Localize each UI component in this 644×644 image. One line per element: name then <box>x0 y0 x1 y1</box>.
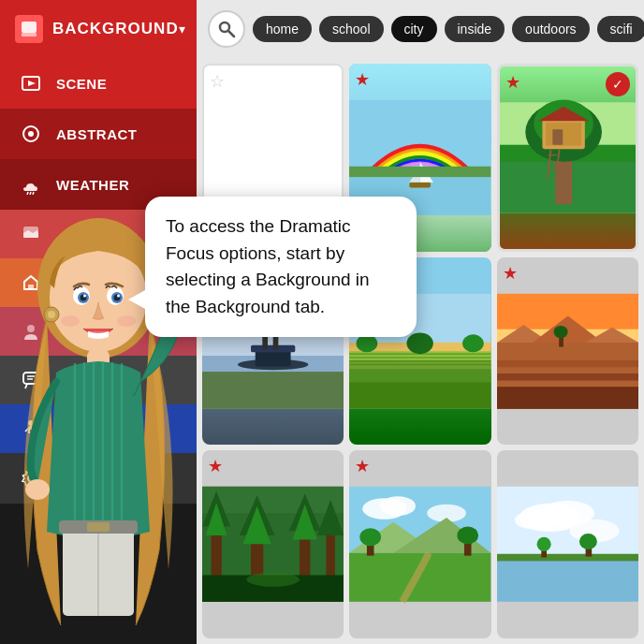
check-badge-3: ✓ <box>606 72 630 96</box>
top-bar: home school city inside outdoors scifi <box>197 0 644 58</box>
svg-rect-142 <box>87 522 110 532</box>
sidebar-title: BACKGROUND <box>52 20 179 38</box>
svg-point-137 <box>61 315 80 327</box>
star-icon-2: ★ <box>355 69 370 90</box>
svg-rect-111 <box>497 554 638 562</box>
search-button[interactable] <box>208 10 245 48</box>
grid-cell-9[interactable] <box>497 450 638 638</box>
sidebar-item-abstract[interactable]: ABSTRACT <box>0 109 197 159</box>
chevron-down-icon: ▾ <box>179 22 185 37</box>
svg-point-62 <box>462 334 484 352</box>
sidebar-header[interactable]: BACKGROUND ▾ <box>0 0 197 58</box>
app-container: BACKGROUND ▾ SCENE ABSTRACT <box>0 0 644 644</box>
star-icon-1: ☆ <box>210 71 225 92</box>
star-icon-6: ★ <box>503 263 518 284</box>
svg-point-107 <box>515 512 550 530</box>
svg-point-113 <box>579 534 597 549</box>
svg-rect-20 <box>410 183 432 188</box>
svg-rect-71 <box>497 359 638 367</box>
svg-rect-49 <box>202 372 344 409</box>
svg-point-135 <box>83 295 86 298</box>
filter-city[interactable]: city <box>391 16 437 42</box>
grid-cell-7[interactable]: ★ <box>202 450 344 638</box>
grid-cell-8[interactable]: ★ <box>349 450 490 638</box>
svg-rect-23 <box>349 167 490 177</box>
filter-outdoors[interactable]: outdoors <box>512 16 589 42</box>
filter-school[interactable]: school <box>319 16 383 42</box>
svg-rect-73 <box>497 387 638 409</box>
filter-home[interactable]: home <box>253 16 312 42</box>
filter-inside[interactable]: inside <box>445 16 505 42</box>
star-icon-8: ★ <box>355 456 370 476</box>
speech-bubble: To access the Dramatic Focus options, st… <box>145 197 417 337</box>
svg-rect-32 <box>552 129 563 144</box>
svg-point-102 <box>458 527 479 545</box>
grid-cell-6[interactable]: ★ <box>497 257 638 446</box>
svg-point-75 <box>553 326 567 338</box>
image-grid: ☆ ★ <box>197 58 644 644</box>
grid-cell-3[interactable]: ★ ✓ <box>497 64 638 252</box>
svg-point-138 <box>117 315 136 327</box>
sidebar-header-left: BACKGROUND <box>15 15 179 43</box>
sidebar-item-scene[interactable]: SCENE <box>0 58 197 109</box>
svg-point-115 <box>536 537 550 551</box>
speech-bubble-text: To access the Dramatic Focus options, st… <box>166 213 396 320</box>
svg-point-4 <box>28 131 34 137</box>
svg-rect-0 <box>22 22 37 33</box>
svg-rect-1 <box>22 33 37 37</box>
svg-rect-31 <box>546 123 581 146</box>
svg-line-17 <box>228 31 234 37</box>
svg-point-128 <box>48 311 55 318</box>
background-icon <box>15 15 43 43</box>
svg-rect-56 <box>349 382 490 408</box>
svg-point-136 <box>117 295 120 298</box>
svg-point-91 <box>246 573 300 587</box>
svg-point-100 <box>360 529 382 547</box>
svg-rect-109 <box>497 558 638 602</box>
svg-point-94 <box>380 497 416 517</box>
star-icon-3: ★ <box>505 72 520 93</box>
sidebar-item-label-abstract: ABSTRACT <box>56 126 138 142</box>
filter-scifi[interactable]: scifi <box>597 16 644 42</box>
sidebar-item-label-scene: SCENE <box>56 76 107 92</box>
svg-point-63 <box>407 332 433 354</box>
svg-point-125 <box>25 479 50 500</box>
abstract-icon <box>19 122 43 146</box>
svg-rect-72 <box>497 373 638 381</box>
scene-icon <box>19 71 43 95</box>
